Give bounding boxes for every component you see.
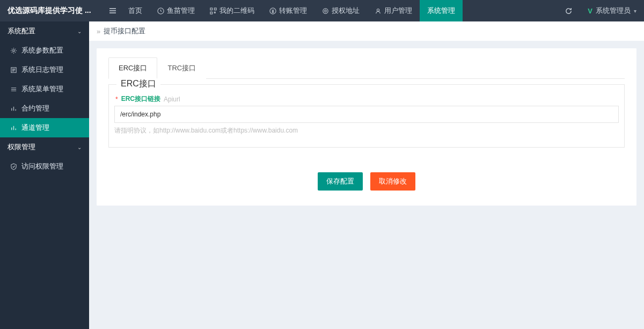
shield-icon	[10, 163, 17, 170]
field-label: * ERC接口链接 Apiurl	[115, 94, 619, 104]
topbar: 优选源码库提供学习使 ... 首页 鱼苗管理 我的二维码 转账管理 授权地址 用…	[0, 0, 644, 21]
sidebar-item-contract[interactable]: 合约管理	[0, 99, 89, 118]
tab-bar: ERC接口 TRC接口	[108, 57, 625, 79]
user-icon	[375, 8, 382, 14]
nav-auth-addr[interactable]: 授权地址	[314, 0, 367, 21]
sidebar-item-logs[interactable]: 系统日志管理	[0, 60, 89, 79]
nav-transfer[interactable]: 转账管理	[262, 0, 314, 21]
svg-point-9	[12, 49, 14, 52]
refresh-button[interactable]	[557, 0, 580, 21]
nav-users[interactable]: 用户管理	[367, 0, 420, 21]
apiurl-input[interactable]	[114, 106, 619, 123]
list-icon	[10, 66, 17, 74]
sidebar-toggle[interactable]	[105, 0, 121, 21]
sidebar-item-label: 系统日志管理	[21, 65, 63, 75]
field-hint: 请指明协议，如http://www.baidu.com或者https://www…	[114, 126, 619, 135]
cancel-button[interactable]: 取消修改	[370, 172, 415, 191]
chevron-down-icon: ⌄	[77, 28, 82, 34]
breadcrumb: » 提币接口配置	[89, 21, 644, 41]
svg-rect-3	[210, 12, 213, 14]
svg-point-8	[377, 9, 379, 11]
qr-icon	[210, 8, 217, 14]
sidebar: 系统配置 ⌄ 系统参数配置 系统日志管理 系统菜单管理 合约管理 通道管理 权限…	[0, 21, 89, 329]
tab-erc[interactable]: ERC接口	[108, 57, 157, 79]
required-mark: *	[115, 96, 118, 103]
fieldset-legend: ERC接口	[116, 78, 160, 90]
bars-icon	[10, 124, 17, 131]
tab-trc[interactable]: TRC接口	[157, 57, 206, 79]
nav-system[interactable]: 系统管理	[420, 0, 463, 21]
top-nav: 首页 鱼苗管理 我的二维码 转账管理 授权地址 用户管理 系统管理	[121, 0, 463, 21]
svg-rect-1	[210, 8, 213, 10]
sidebar-item-label: 合约管理	[21, 104, 49, 113]
sidebar-item-params[interactable]: 系统参数配置	[0, 41, 89, 60]
sidebar-item-label: 通道管理	[21, 123, 49, 133]
user-badge: V	[588, 7, 592, 15]
sidebar-item-label: 系统参数配置	[21, 46, 63, 55]
breadcrumb-title: 提币接口配置	[104, 26, 145, 36]
nav-fishseed[interactable]: 鱼苗管理	[150, 0, 202, 21]
save-button[interactable]: 保存配置	[318, 172, 363, 191]
sidebar-item-label: 访问权限管理	[21, 162, 63, 171]
brand-title: 优选源码库提供学习使 ...	[0, 0, 105, 21]
refresh-icon	[565, 7, 573, 15]
chevron-down-icon: ▾	[634, 8, 636, 14]
menu-icon	[10, 85, 17, 93]
yen-icon	[269, 8, 276, 14]
sidebar-group-permissions[interactable]: 权限管理 ⌄	[0, 137, 89, 157]
gear-icon	[10, 47, 17, 54]
main: » 提币接口配置 ERC接口 TRC接口 ERC接口 * ERC接口链接 Api…	[89, 21, 644, 329]
sidebar-item-label: 系统菜单管理	[21, 84, 63, 94]
breadcrumb-sep: »	[97, 27, 100, 35]
menu-icon	[109, 7, 116, 14]
user-name: 系统管理员	[596, 6, 631, 16]
clock-icon	[157, 8, 164, 14]
chevron-down-icon: ⌄	[77, 144, 82, 150]
button-row: 保存配置 取消修改	[108, 172, 625, 191]
nav-qrcode[interactable]: 我的二维码	[202, 0, 262, 21]
user-menu[interactable]: V 系统管理员 ▾	[580, 0, 644, 21]
bars-icon	[10, 105, 17, 112]
fieldset-erc: ERC接口 * ERC接口链接 Apiurl 请指明协议，如http://www…	[108, 84, 625, 148]
content-card: ERC接口 TRC接口 ERC接口 * ERC接口链接 Apiurl 请指明协议…	[97, 48, 636, 206]
sidebar-item-channel[interactable]: 通道管理	[0, 118, 89, 137]
sidebar-item-menus[interactable]: 系统菜单管理	[0, 79, 89, 99]
svg-point-6	[323, 8, 328, 13]
svg-rect-2	[214, 8, 216, 10]
sidebar-item-access[interactable]: 访问权限管理	[0, 157, 89, 176]
link-icon	[322, 8, 329, 14]
svg-rect-4	[214, 12, 215, 13]
topbar-tools: V 系统管理员 ▾	[557, 0, 644, 21]
svg-point-7	[325, 10, 327, 12]
nav-home[interactable]: 首页	[121, 0, 150, 21]
sidebar-group-system[interactable]: 系统配置 ⌄	[0, 21, 89, 41]
